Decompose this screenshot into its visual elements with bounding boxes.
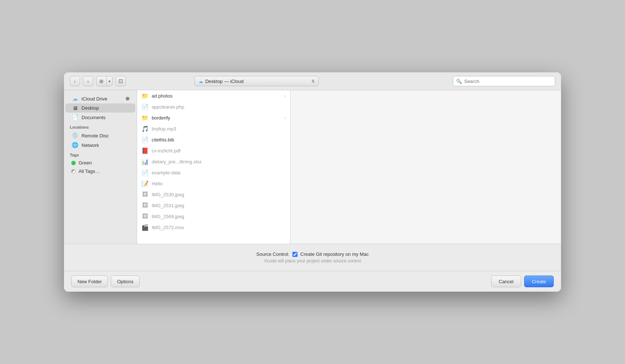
- new-folder-button[interactable]: New Folder: [71, 276, 108, 287]
- documents-icon: 📄: [71, 114, 79, 121]
- pdf-icon: 📕: [141, 147, 149, 154]
- sidebar-item-label: Remote Disc: [82, 133, 109, 139]
- generic-icon: 📄: [141, 169, 149, 176]
- network-icon: 🌐: [71, 142, 79, 148]
- file-name: appcleaner.php: [152, 104, 184, 110]
- sidebar-item-remote-disc[interactable]: 💿 Remote Disc: [65, 131, 135, 140]
- location-dropdown[interactable]: ☁ Desktop — iCloud ⇅: [194, 76, 319, 86]
- jpeg-icon: 🖼: [141, 191, 149, 198]
- location-chevrons-icon: ⇅: [311, 79, 315, 84]
- toolbar: ‹ › ⊞ ▾ ⊡ ☁ Desktop — iCloud ⇅ 🔍: [64, 72, 561, 90]
- source-control-area: Source Control: Create Git repository on…: [64, 244, 561, 271]
- search-input[interactable]: [464, 79, 552, 84]
- file-name: dietary_pre...ittning.xlsx: [152, 159, 202, 164]
- search-box[interactable]: 🔍: [453, 76, 555, 86]
- mov-icon: 🎬: [141, 224, 149, 231]
- docx-icon: 📝: [141, 180, 149, 187]
- xlsx-icon: 📊: [141, 158, 149, 165]
- file-item[interactable]: 📊dietary_pre...ittning.xlsx: [137, 156, 290, 167]
- file-item[interactable]: 🖼IMG_2531.jpeg: [137, 200, 290, 211]
- file-name: cv-inzlicht.pdf: [152, 148, 181, 153]
- file-item[interactable]: 🖼IMG_2569.jpeg: [137, 211, 290, 222]
- view-icon: ⊞: [96, 76, 106, 86]
- new-folder-icon: ⊡: [118, 78, 123, 84]
- forward-button[interactable]: ›: [83, 76, 93, 86]
- chevron-right-icon: ›: [284, 94, 286, 98]
- git-repo-checkbox[interactable]: [292, 252, 298, 257]
- save-dialog: ‹ › ⊞ ▾ ⊡ ☁ Desktop — iCloud ⇅ 🔍: [64, 72, 561, 292]
- jpeg-icon: 🖼: [141, 213, 149, 220]
- file-name: borderify: [152, 115, 170, 121]
- icloud-drive-icon: ☁: [71, 95, 79, 102]
- sidebar-item-label: Network: [82, 143, 99, 148]
- create-button[interactable]: Create: [524, 276, 554, 287]
- back-button[interactable]: ‹: [70, 76, 80, 86]
- forward-icon: ›: [87, 79, 89, 84]
- remote-disc-icon: 💿: [71, 132, 79, 139]
- green-tag-dot: [71, 161, 76, 165]
- new-folder-toolbar-button[interactable]: ⊡: [115, 76, 126, 86]
- php-icon: 📄: [141, 103, 149, 110]
- locations-header: Locations: [64, 122, 137, 131]
- file-item[interactable]: 📄citethis.bib: [137, 134, 290, 145]
- sidebar-item-network[interactable]: 🌐 Network: [65, 140, 135, 150]
- sidebar-item-documents[interactable]: 📄 Documents: [65, 113, 135, 122]
- file-item[interactable]: 📝Hello: [137, 178, 290, 189]
- file-name: IMG_2572.mov: [152, 225, 184, 230]
- mp3-icon: 🎵: [141, 125, 149, 132]
- source-control-label: Source Control:: [256, 251, 289, 257]
- sidebar-item-green-tag[interactable]: Green: [65, 159, 135, 167]
- chevron-right-icon: ›: [284, 115, 286, 120]
- file-item[interactable]: 📄appcleaner.php: [137, 101, 290, 112]
- desktop-icon: 🖥: [71, 105, 79, 111]
- search-icon: 🔍: [456, 79, 462, 84]
- sidebar-item-all-tags[interactable]: All Tags…: [65, 167, 135, 175]
- file-item[interactable]: 📁borderify›: [137, 112, 290, 123]
- file-item[interactable]: 📁ad photos›: [137, 90, 290, 101]
- all-tags-dot: [71, 169, 76, 174]
- file-name: citethis.bib: [152, 137, 174, 143]
- file-item[interactable]: 📕cv-inzlicht.pdf: [137, 145, 290, 156]
- file-name: ad photos: [152, 93, 173, 99]
- jpeg-icon: 🖼: [141, 202, 149, 209]
- file-item[interactable]: 🎵bryllup.mp3: [137, 123, 290, 134]
- file-name: IMG_2569.jpeg: [152, 214, 184, 219]
- location-label: ☁ Desktop — iCloud: [198, 79, 244, 84]
- bottom-bar: New Folder Options Cancel Create: [64, 271, 561, 292]
- preview-pane: [291, 90, 561, 244]
- file-name: Hello: [152, 181, 163, 186]
- file-list: 📁ad photos›📄appcleaner.php📁borderify›🎵br…: [137, 90, 291, 244]
- sidebar-item-icloud-drive[interactable]: ☁ iCloud Drive: [65, 94, 135, 103]
- sidebar-item-label: Desktop: [82, 105, 99, 111]
- file-name: IMG_2531.jpeg: [152, 203, 184, 208]
- icloud-status-dot: [126, 97, 129, 101]
- source-control-row: Source Control: Create Git repository on…: [71, 251, 554, 257]
- file-item[interactable]: 📄example-data: [137, 167, 290, 178]
- view-toggle-button[interactable]: ⊞ ▾: [96, 76, 113, 86]
- folder-icon: 📁: [141, 114, 149, 121]
- sidebar-item-label: Documents: [82, 115, 106, 120]
- folder-icon: 📁: [141, 92, 149, 99]
- cloud-icon: ☁: [198, 79, 203, 84]
- sidebar-item-label: All Tags…: [79, 168, 100, 174]
- file-name: bryllup.mp3: [152, 126, 176, 132]
- main-area: ☁ iCloud Drive 🖥 Desktop 📄 Documents Loc…: [64, 90, 561, 244]
- bib-icon: 📄: [141, 136, 149, 143]
- sidebar-item-label: Green: [79, 160, 92, 166]
- tags-header: Tags: [64, 150, 137, 159]
- file-name: IMG_2530.jpeg: [152, 192, 184, 197]
- sidebar: ☁ iCloud Drive 🖥 Desktop 📄 Documents Loc…: [64, 90, 137, 244]
- file-name: example-data: [152, 170, 181, 175]
- cancel-button[interactable]: Cancel: [491, 276, 521, 287]
- view-chevron-icon: ▾: [107, 76, 112, 86]
- git-repo-label: Create Git repository on my Mac: [300, 251, 369, 257]
- sidebar-item-desktop[interactable]: 🖥 Desktop: [65, 103, 135, 113]
- file-item[interactable]: 🎬IMG_2572.mov: [137, 222, 290, 233]
- back-icon: ‹: [74, 79, 76, 84]
- file-item[interactable]: 🖼IMG_2530.jpeg: [137, 189, 290, 200]
- options-button[interactable]: Options: [111, 276, 140, 287]
- sidebar-item-label: iCloud Drive: [82, 96, 107, 102]
- source-control-hint: Xcode will place your project under sour…: [71, 258, 554, 263]
